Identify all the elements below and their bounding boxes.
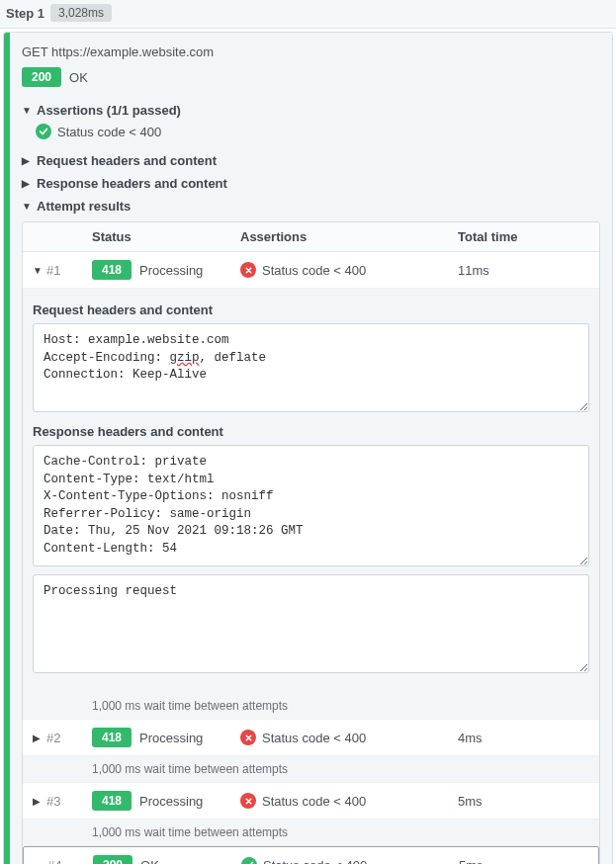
chevron-down-icon: ▼ bbox=[22, 105, 32, 116]
chevron-down-icon: ▼ bbox=[22, 201, 32, 212]
response-body-content[interactable]: Processing request bbox=[33, 574, 589, 673]
table-row[interactable]: ▶ #2 418 Processing Status code < 400 4m… bbox=[23, 720, 599, 756]
step-title: Step 1 bbox=[6, 6, 44, 21]
col-total-time: Total time bbox=[458, 229, 589, 244]
table-header: Status Assertions Total time bbox=[23, 222, 599, 252]
assertions-label: Assertions (1/1 passed) bbox=[37, 103, 181, 118]
attempt-number: ▼ #1 bbox=[33, 263, 92, 278]
request-headers-toggle[interactable]: ▶ Request headers and content bbox=[22, 149, 600, 172]
section-label: Attempt results bbox=[37, 199, 131, 214]
chevron-right-icon: ▶ bbox=[22, 178, 32, 189]
request-headers-content[interactable]: Host: example.website.com Accept-Encodin… bbox=[33, 323, 589, 412]
status-text: OK bbox=[140, 858, 159, 865]
attempt-time: 4ms bbox=[458, 731, 589, 745]
gzip-underline: gzip bbox=[170, 351, 200, 365]
attempt-status: 418 Processing bbox=[92, 791, 240, 811]
status-text: Processing bbox=[139, 794, 203, 809]
wait-note: 1,000 ms wait time between attempts bbox=[23, 820, 599, 846]
col-assertions: Assertions bbox=[240, 229, 458, 244]
step-header: Step 1 3,028ms bbox=[0, 0, 616, 29]
attempt-status: 200 OK bbox=[93, 855, 241, 864]
attempt-detail: Request headers and content Host: exampl… bbox=[23, 289, 599, 693]
x-circle-icon bbox=[240, 793, 256, 809]
status-text: OK bbox=[69, 70, 88, 85]
response-headers-toggle[interactable]: ▶ Response headers and content bbox=[22, 172, 600, 195]
attempt-assertion: Status code < 400 bbox=[240, 730, 458, 745]
request-headers-label: Request headers and content bbox=[33, 299, 589, 323]
status-code-badge: 418 bbox=[92, 728, 132, 747]
attempt-status: 418 Processing bbox=[92, 728, 240, 747]
attempt-number: ▶ #2 bbox=[33, 731, 92, 745]
wait-note: 1,000 ms wait time between attempts bbox=[23, 693, 599, 720]
attempt-number: #4 bbox=[34, 858, 93, 865]
chevron-right-icon: ▶ bbox=[33, 796, 43, 807]
response-headers-label: Response headers and content bbox=[33, 420, 589, 445]
status-row: 200 OK bbox=[22, 67, 600, 87]
assertion-text: Status code < 400 bbox=[57, 125, 161, 139]
response-headers-content[interactable]: Cache-Control: private Content-Type: tex… bbox=[33, 445, 589, 566]
attempt-status: 418 Processing bbox=[92, 260, 240, 280]
check-circle-icon bbox=[36, 124, 51, 139]
section-label: Request headers and content bbox=[37, 153, 217, 168]
attempt-assertion: Status code < 400 bbox=[241, 857, 459, 864]
table-row[interactable]: ▶ #3 418 Processing Status code < 400 5m… bbox=[23, 783, 599, 820]
x-circle-icon bbox=[240, 262, 256, 278]
status-text: Processing bbox=[139, 731, 203, 745]
attempt-time: 11ms bbox=[458, 263, 589, 278]
step-body: GET https://example.website.com 200 OK ▼… bbox=[3, 32, 613, 864]
attempts-table: Status Assertions Total time ▼ #1 418 Pr… bbox=[22, 221, 600, 864]
check-circle-icon bbox=[241, 857, 257, 864]
request-line: GET https://example.website.com bbox=[22, 43, 600, 67]
wait-note: 1,000 ms wait time between attempts bbox=[23, 756, 599, 783]
section-label: Response headers and content bbox=[37, 176, 227, 191]
attempt-time: 5ms bbox=[458, 794, 589, 809]
table-row[interactable]: ▼ #1 418 Processing Status code < 400 11… bbox=[23, 252, 599, 289]
x-circle-icon bbox=[240, 730, 256, 745]
status-code-badge: 418 bbox=[92, 791, 132, 811]
status-code-badge: 418 bbox=[92, 260, 132, 280]
status-text: Processing bbox=[139, 263, 203, 278]
step-duration-badge: 3,028ms bbox=[50, 4, 112, 22]
assertion-item: Status code < 400 bbox=[22, 122, 600, 149]
attempt-assertion: Status code < 400 bbox=[240, 262, 458, 278]
col-status: Status bbox=[92, 229, 240, 244]
status-code-badge: 200 bbox=[93, 855, 132, 864]
attempt-number: ▶ #3 bbox=[33, 794, 92, 809]
chevron-down-icon: ▼ bbox=[33, 265, 43, 276]
attempt-time: 5ms bbox=[459, 858, 588, 865]
attempts-toggle[interactable]: ▼ Attempt results bbox=[22, 195, 600, 217]
assertions-toggle[interactable]: ▼ Assertions (1/1 passed) bbox=[22, 99, 600, 122]
status-code-badge: 200 bbox=[22, 67, 61, 87]
step-content: GET https://example.website.com 200 OK ▼… bbox=[10, 33, 612, 864]
chevron-right-icon: ▶ bbox=[33, 733, 43, 743]
attempt-assertion: Status code < 400 bbox=[240, 793, 458, 809]
table-row[interactable]: #4 200 OK Status code < 400 5ms bbox=[23, 846, 599, 864]
chevron-right-icon: ▶ bbox=[22, 155, 32, 166]
